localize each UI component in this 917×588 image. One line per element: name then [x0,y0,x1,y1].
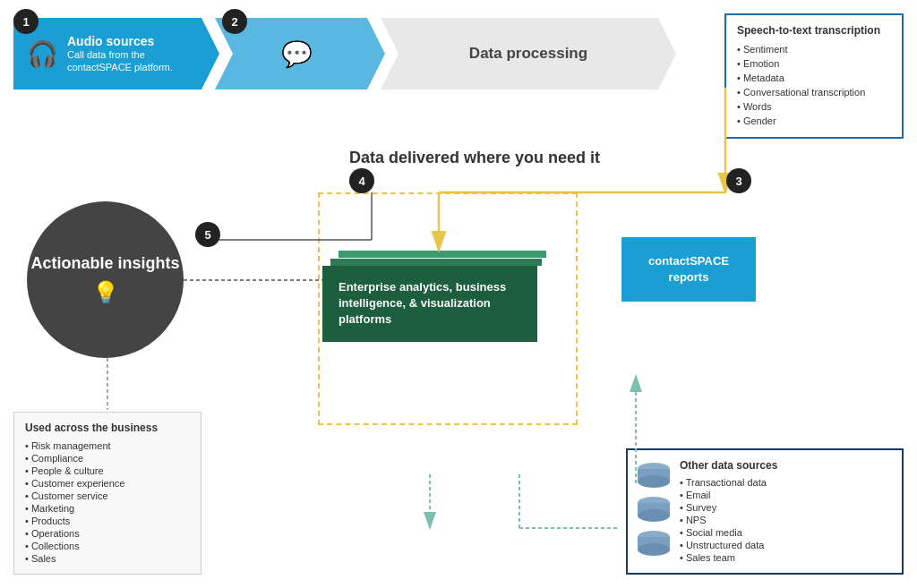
headset-icon: 🎧 [27,39,58,69]
svg-point-17 [638,475,670,488]
data-processing-label-arrow: Data processing [381,18,676,89]
list-item: Emotion [737,56,891,71]
list-item: Marketing [25,502,190,515]
other-sources-text: Other data sources Transactional data Em… [680,459,777,564]
other-sources-list: Transactional data Email Survey NPS Soci… [680,476,777,564]
list-item: People & culture [25,464,190,477]
step5-circle: 5 [195,222,220,247]
step1-label: 1 [22,15,29,29]
step2-label: 2 [231,15,237,29]
top-row: 🎧 Audio sources Call data from the conta… [13,18,676,89]
step1-circle: 1 [13,9,39,34]
step3-label: 3 [735,175,741,188]
contactspace-reports-box: contactSPACE reports [621,237,756,302]
db-cylinder-2 [637,497,671,522]
list-item: Sales [25,552,190,565]
speech-to-text-box: Speech-to-text transcription Sentiment E… [724,13,904,139]
list-item: Risk management [25,439,190,452]
list-item: NPS [680,514,777,526]
list-item: Survey [680,501,777,514]
speech-to-text-list: Sentiment Emotion Metadata Conversationa… [737,42,891,128]
list-item: Sales team [680,551,777,564]
list-item: Collections [25,540,190,552]
list-item: Sentiment [737,42,891,56]
diagram: 1 2 3 4 5 🎧 Audio sources Call data from… [0,0,917,588]
svg-point-23 [638,543,670,556]
list-item: Gender [737,114,891,128]
speech-to-text-title: Speech-to-text transcription [737,24,891,37]
business-box: Used across the business Risk management… [13,412,201,575]
list-item: Operations [25,527,190,540]
list-item: Unstructured data [680,539,777,551]
step2-circle: 2 [222,9,247,34]
analytics-card: Enterprise analytics, business intellige… [322,266,537,342]
step5-label: 5 [204,228,210,242]
list-item: Social media [680,526,777,539]
list-item: Customer service [25,490,190,502]
analytics-label: Enterprise analytics, business intellige… [339,280,506,326]
list-item: Customer experience [25,477,190,490]
business-title: Used across the business [25,422,190,434]
audio-text: Audio sources Call data from the contact… [67,34,193,74]
audio-sources-arrow: 🎧 Audio sources Call data from the conta… [13,18,219,89]
data-processing-text: Data processing [469,45,587,63]
list-item: Compliance [25,452,190,464]
speech-bubble-icon: 💬 [281,39,313,69]
step4-label: 4 [358,175,364,188]
audio-sources-desc: Call data from the contactSPACE platform… [67,48,193,74]
list-item: Products [25,515,190,527]
db-cylinder-3 [637,531,671,556]
lightbulb-icon: 💡 [92,280,119,305]
contactspace-label: contactSPACE reports [648,254,729,284]
list-item: Conversational transcription [737,85,891,99]
db-cylinder-1 [637,463,671,488]
step4-circle: 4 [349,168,374,193]
data-delivered-label: Data delivered where you need it [349,148,600,168]
list-item: Metadata [737,71,891,85]
data-delivered-title: Data delivered where you need it [349,148,600,168]
database-icons [637,459,671,564]
list-item: Transactional data [680,476,777,489]
other-sources-box: Other data sources Transactional data Em… [626,448,904,575]
other-sources-title: Other data sources [680,459,777,472]
business-list: Risk management Compliance People & cult… [25,439,190,565]
analytics-stack: Enterprise analytics, business intellige… [322,251,537,342]
insights-circle: Actionable insights 💡 [27,201,184,358]
list-item: Words [737,99,891,114]
audio-sources-title: Audio sources [67,34,193,48]
insights-title: Actionable insights [30,254,179,274]
list-item: Email [680,489,777,501]
svg-point-20 [638,509,670,522]
step3-circle: 3 [726,168,751,193]
